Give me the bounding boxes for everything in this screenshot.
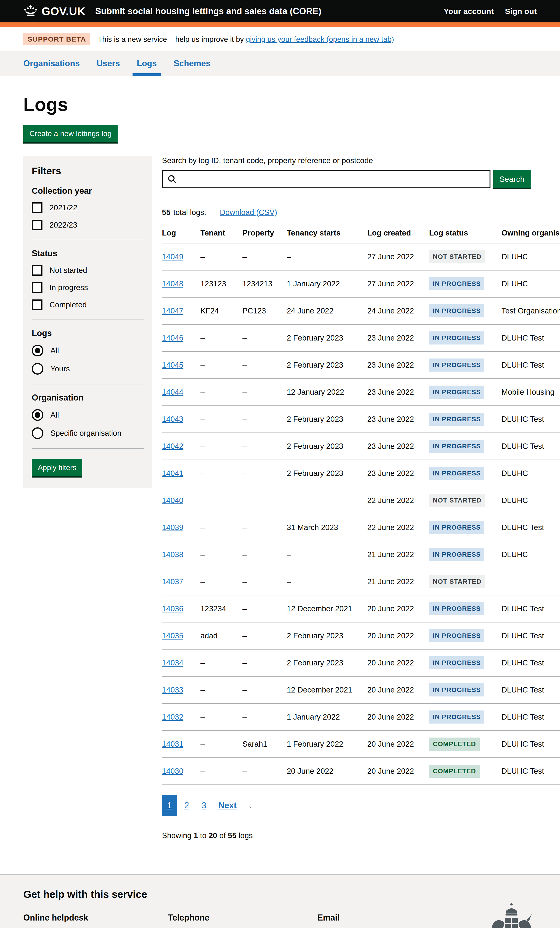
log-id-link[interactable]: 14044	[162, 388, 183, 396]
showing-summary: Showing 1 to 20 of 55 logs	[162, 831, 560, 840]
owning-organisation-cell: DLUHC	[501, 487, 560, 514]
sign-out-link[interactable]: Sign out	[505, 7, 537, 16]
tenancy-starts-cell: 24 June 2022	[287, 298, 367, 324]
tenancy-starts-cell: 12 January 2022	[287, 379, 367, 406]
nav-item[interactable]: Logs	[137, 51, 157, 76]
log-id-link[interactable]: 14038	[162, 550, 183, 559]
page-number-link[interactable]: 3	[197, 795, 211, 816]
status-badge: NOT STARTED	[429, 575, 485, 588]
owning-organisation-cell: DLUHC Test	[501, 622, 560, 649]
log-id-link[interactable]: 14040	[162, 496, 183, 505]
column-header: Property	[243, 229, 287, 243]
owning-organisation-cell: DLUHC Test	[501, 704, 560, 731]
status-badge: IN PROGRESS	[429, 386, 484, 398]
checkbox[interactable]	[32, 282, 43, 293]
primary-navigation: Organisations Users Logs Schemes	[0, 51, 560, 76]
log-id-link[interactable]: 14032	[162, 713, 183, 721]
log-id-link[interactable]: 14045	[162, 360, 183, 369]
column-header: Tenant	[200, 229, 243, 243]
tenant-cell: –	[200, 243, 243, 270]
govuk-logo[interactable]: GOV.UK	[23, 5, 85, 18]
your-account-link[interactable]: Your account	[444, 7, 494, 16]
govuk-logotype: GOV.UK	[41, 5, 85, 18]
log-id-link[interactable]: 14041	[162, 469, 183, 478]
download-csv-link[interactable]: Download (CSV)	[220, 208, 277, 217]
gov-footer: Get help with this service Online helpde…	[0, 874, 560, 928]
log-id-link[interactable]: 14030	[162, 767, 183, 775]
filters-panel: Filters Collection year 2021/22 2022/23	[23, 156, 152, 488]
tenancy-starts-cell: 12 December 2021	[287, 676, 367, 704]
tenancy-starts-cell: –	[287, 541, 367, 568]
tenancy-starts-cell: 1 January 2022	[287, 270, 367, 298]
feedback-link[interactable]: giving us your feedback (opens in a new …	[246, 35, 394, 43]
property-cell: –	[243, 758, 287, 785]
nav-item[interactable]: Schemes	[174, 51, 211, 76]
status-badge: IN PROGRESS	[429, 359, 484, 372]
search-input[interactable]	[162, 170, 490, 188]
page-title: Logs	[23, 95, 560, 114]
log-id-link[interactable]: 14043	[162, 415, 183, 423]
service-name[interactable]: Submit social housing lettings and sales…	[95, 6, 321, 16]
pagination: 1 2 3 Next →	[162, 795, 560, 816]
status-badge: NOT STARTED	[429, 250, 485, 263]
radio-option[interactable]: Specific organisation	[32, 427, 144, 439]
radio-button[interactable]	[32, 409, 43, 421]
log-id-link[interactable]: 14031	[162, 740, 183, 748]
checkbox-option[interactable]: In progress	[32, 282, 144, 293]
log-id-link[interactable]: 14049	[162, 252, 183, 261]
checkbox[interactable]	[32, 265, 43, 276]
log-id-link[interactable]: 14039	[162, 523, 183, 532]
log-id-link[interactable]: 14042	[162, 442, 183, 450]
apply-filters-button[interactable]: Apply filters	[32, 459, 82, 476]
filter-group-collection-year: Collection year 2021/22 2022/23	[32, 186, 144, 240]
search-button[interactable]: Search	[493, 170, 531, 188]
results-divider	[162, 198, 560, 199]
property-cell: Sarah1	[243, 731, 287, 758]
checkbox-option[interactable]: Completed	[32, 299, 144, 310]
table-row: 14034 – – 2 February 2023 20 June 2022 I…	[162, 649, 560, 676]
log-id-link[interactable]: 14048	[162, 279, 183, 288]
log-created-cell: 20 June 2022	[367, 649, 429, 676]
checkbox[interactable]	[32, 299, 43, 310]
radio-button[interactable]	[32, 345, 43, 356]
royal-coat-of-arms-icon: DIEU ET MON DROIT	[490, 902, 533, 928]
nav-item[interactable]: Organisations	[23, 51, 80, 76]
page-number-link[interactable]: 1	[162, 795, 177, 816]
log-id-link[interactable]: 14037	[162, 577, 183, 586]
footer-telephone: Telephone 0333 202 5084 Monday to Friday…	[168, 913, 317, 928]
radio-option[interactable]: All	[32, 409, 144, 421]
tenant-cell: –	[200, 324, 243, 351]
checkbox-option[interactable]: Not started	[32, 265, 144, 276]
create-lettings-log-button[interactable]: Create a new lettings log	[23, 125, 117, 142]
radio-option[interactable]: All	[32, 345, 144, 356]
status-badge: IN PROGRESS	[429, 629, 484, 642]
radio-button[interactable]	[32, 427, 43, 439]
log-created-cell: 27 June 2022	[367, 270, 429, 298]
table-row: 14040 – – – 22 June 2022 NOT STARTED DLU…	[162, 487, 560, 514]
table-row: 14036 123234 – 12 December 2021 20 June …	[162, 595, 560, 622]
next-page-link[interactable]: Next	[218, 801, 237, 810]
radio-button[interactable]	[32, 363, 43, 375]
table-row: 14030 – – 20 June 2022 20 June 2022 COMP…	[162, 758, 560, 785]
checkbox-option[interactable]: 2021/22	[32, 202, 144, 213]
property-cell: –	[243, 568, 287, 595]
tenancy-starts-cell: 2 February 2023	[287, 649, 367, 676]
tenant-cell: KF24	[200, 298, 243, 324]
page-number-link[interactable]: 2	[179, 795, 194, 816]
checkbox-option[interactable]: 2022/23	[32, 220, 144, 230]
log-id-link[interactable]: 14033	[162, 685, 183, 694]
table-row: 14038 – – – 21 June 2022 IN PROGRESS DLU…	[162, 541, 560, 568]
log-id-link[interactable]: 14047	[162, 307, 183, 315]
checkbox[interactable]	[32, 202, 43, 213]
tenant-cell: 123234	[200, 595, 243, 622]
nav-item[interactable]: Users	[97, 51, 120, 76]
log-id-link[interactable]: 14034	[162, 658, 183, 667]
log-id-link[interactable]: 14036	[162, 604, 183, 613]
tenancy-starts-cell: 2 February 2023	[287, 324, 367, 351]
log-created-cell: 22 June 2022	[367, 514, 429, 541]
checkbox[interactable]	[32, 220, 43, 230]
radio-option[interactable]: Yours	[32, 363, 144, 375]
log-id-link[interactable]: 14046	[162, 334, 183, 342]
tenancy-starts-cell: 2 February 2023	[287, 460, 367, 487]
log-id-link[interactable]: 14035	[162, 631, 183, 640]
